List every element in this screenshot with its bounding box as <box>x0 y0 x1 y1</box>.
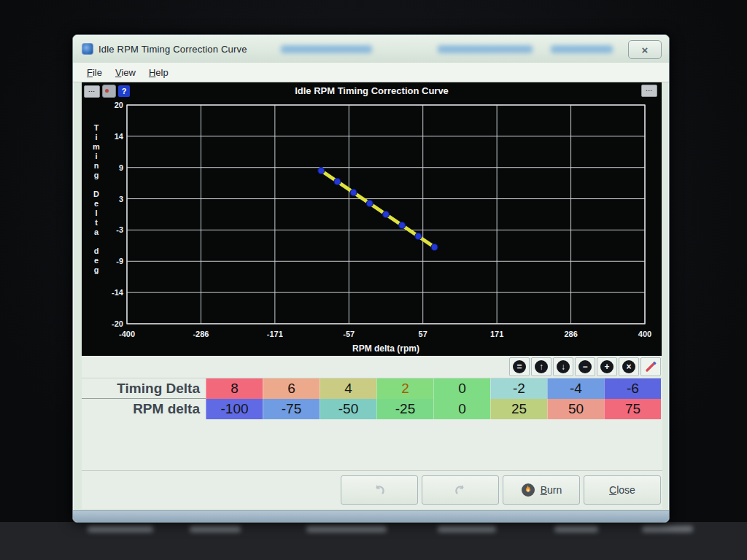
scale-down-button-icon: − <box>578 360 592 373</box>
svg-text:400: 400 <box>638 330 651 338</box>
chart-overflow-button[interactable]: ... <box>641 85 657 97</box>
table-cell[interactable]: -4 <box>547 378 604 399</box>
background-ghost-text <box>554 526 598 532</box>
increment-button-icon: ↑ <box>535 360 548 373</box>
chart-panel: ... ? Idle RPM Timing Correction Curve .… <box>82 82 662 356</box>
table-cell[interactable]: 0 <box>433 378 490 399</box>
svg-text:57: 57 <box>419 330 427 338</box>
background-ghost-text <box>642 526 693 532</box>
undo-icon <box>372 483 387 497</box>
multiply-button[interactable]: × <box>619 357 639 376</box>
svg-text:9: 9 <box>119 163 123 172</box>
panel-spacer <box>82 419 662 470</box>
dialog-window: Idle RPM Timing Correction Curve × FileV… <box>72 34 670 523</box>
curve-chart[interactable]: -400-286-171-5757171286400201493-3-9-14-… <box>82 82 662 356</box>
undo-button <box>341 475 418 505</box>
titlebar-ghost-text <box>438 45 533 53</box>
dialog-button-row: BurnClose <box>82 471 662 509</box>
titlebar-ghost-text <box>281 45 372 53</box>
svg-text:-57: -57 <box>343 330 355 338</box>
svg-text:-14: -14 <box>112 288 124 297</box>
table-cell[interactable]: -50 <box>320 399 376 419</box>
svg-text:-3: -3 <box>116 225 123 234</box>
table-cell[interactable]: 2 <box>376 378 433 399</box>
table-cell[interactable]: 25 <box>490 399 547 419</box>
svg-text:3: 3 <box>119 195 123 203</box>
svg-text:-20: -20 <box>112 319 123 328</box>
svg-text:-171: -171 <box>267 330 283 338</box>
curve-point[interactable] <box>318 168 325 174</box>
flame-icon <box>521 483 535 497</box>
table-cell[interactable]: 0 <box>433 399 490 419</box>
chart-title: Idle RPM Timing Correction Curve <box>82 85 662 96</box>
svg-text:-9: -9 <box>116 257 123 265</box>
table-cell[interactable]: -100 <box>206 399 263 419</box>
button-label: Burn <box>541 484 562 496</box>
svg-text:-400: -400 <box>119 330 135 338</box>
redo-icon <box>453 483 468 497</box>
svg-text:20: 20 <box>115 101 123 109</box>
multiply-button-icon: × <box>622 360 635 373</box>
table-cell[interactable]: -6 <box>604 378 661 399</box>
redo-button <box>422 475 499 505</box>
increment-button[interactable]: ↑ <box>531 357 551 376</box>
row-label: Timing Delta <box>82 378 206 399</box>
x-axis-title: RPM delta (rpm) <box>352 343 419 354</box>
window-title: Idle RPM Timing Correction Curve <box>98 44 247 55</box>
menu-item-help[interactable]: Help <box>142 65 175 80</box>
set-equal-button-icon: = <box>513 360 526 373</box>
table-cell[interactable]: 4 <box>320 378 376 399</box>
background-ghost-text <box>190 526 241 532</box>
scale-up-button[interactable]: + <box>597 357 617 376</box>
table-cell[interactable]: -25 <box>376 399 433 419</box>
y-axis-title: T i m i n g D e l t a d e g <box>91 123 101 275</box>
table-cell[interactable]: 50 <box>547 399 604 419</box>
close-button[interactable]: Close <box>584 475 661 505</box>
curve-point[interactable] <box>350 190 357 196</box>
background-ghost-text <box>306 526 387 532</box>
svg-text:171: 171 <box>490 330 503 338</box>
background-ghost-text <box>88 526 153 532</box>
svg-text:14: 14 <box>115 132 124 141</box>
table-cell[interactable]: 8 <box>206 378 263 399</box>
table-row: Timing Delta86420-2-4-6 <box>82 378 662 399</box>
curve-point[interactable] <box>383 211 390 218</box>
table-cell[interactable]: 75 <box>604 399 661 419</box>
burn-button[interactable]: Burn <box>503 475 580 505</box>
menu-bar: FileViewHelp <box>73 63 669 82</box>
curve-table: Timing Delta86420-2-4-6RPM delta-100-75-… <box>82 378 662 419</box>
button-label: Close <box>609 484 635 496</box>
scale-up-button-icon: + <box>600 360 614 373</box>
decrement-button-icon: ↓ <box>557 360 570 373</box>
close-window-button[interactable]: × <box>628 40 662 59</box>
set-equal-button[interactable]: = <box>509 357 530 376</box>
scale-down-button[interactable]: − <box>575 357 595 376</box>
curve-point[interactable] <box>415 233 422 240</box>
table-cell[interactable]: 6 <box>263 378 320 399</box>
decrement-button[interactable]: ↓ <box>553 357 573 376</box>
window-bottom-frame <box>73 510 669 522</box>
curve-point[interactable] <box>334 179 341 185</box>
curve-point[interactable] <box>366 201 373 207</box>
svg-text:286: 286 <box>564 330 577 338</box>
curve-point[interactable] <box>399 222 406 229</box>
table-cell[interactable]: -75 <box>263 399 320 419</box>
menu-item-file[interactable]: File <box>80 65 109 80</box>
table-row: RPM delta-100-75-50-250255075 <box>82 399 662 419</box>
table-cell[interactable]: -2 <box>490 378 547 399</box>
table-edit-toolbar: =↑↓−+× <box>82 356 662 378</box>
app-icon <box>82 43 93 55</box>
background-ghost-text <box>438 526 496 532</box>
svg-text:-286: -286 <box>193 330 209 338</box>
titlebar-ghost-text <box>551 45 613 53</box>
row-label: RPM delta <box>82 399 206 419</box>
menu-item-view[interactable]: View <box>109 65 142 80</box>
curve-point[interactable] <box>431 244 438 251</box>
edit-pencil-button[interactable] <box>640 357 661 376</box>
title-bar[interactable]: Idle RPM Timing Correction Curve × <box>73 35 669 63</box>
